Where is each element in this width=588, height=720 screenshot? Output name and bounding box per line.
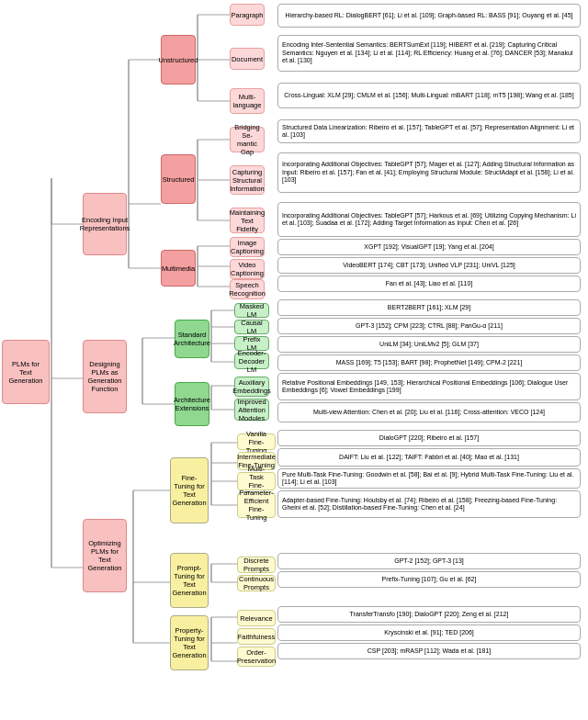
fine-tuning-node: Fine-Tuning for Text Generation [170,457,209,523]
encoding-node: Encoding Input Representations [83,193,127,255]
masked-lm-node: Masked LM [234,303,269,318]
paragraph-content: Hierarchy-based RL: DialogBERT [61]; Li … [277,4,581,28]
optimizing-node: Optimizing PLMs for Text Generation [83,519,127,592]
unstructured-node: Unstructured [161,35,196,84]
vanilla-ft-content: DialoGPT [220]; Ribeiro et al. [157] [277,430,581,446]
order-preservation-node: Order-Preservation [237,647,276,667]
prefix-lm-content: UniLM [34]; UniLMv2 [5]; GLM [37] [277,336,581,353]
document-node: Document [230,48,265,70]
speech-content: Fan et al. [43]; Liao et al. [110] [277,276,581,292]
improved-attention-node: Improved Attention Modules [234,399,269,421]
maintaining-content: Incorporating Additional Objectives: Tab… [277,202,581,237]
property-tuning-node: Property-Tuning for Text Generation [170,615,209,670]
capturing-node: Capturing Structural Information [230,165,265,195]
order-content: CSP [203]; mRASP [112]; Wada et al. [181… [277,643,581,659]
multitask-ft-node: Multi-Task Fine-Tuning [237,472,276,490]
capturing-content: Incorporating Additional Objectives: Tab… [277,152,581,193]
discrete-prompts-node: Discrete Prompts [237,557,276,573]
discrete-content: GPT-2 [152]; GPT-3 [13] [277,553,581,569]
enc-dec-content: MASS [169]; T5 [153]; BART [98]; Prophet… [277,354,581,371]
improved-att-content: Multi-view Attention: Chen et al. [20]; … [277,402,581,422]
plms-node: PLMs for Text Generation [2,340,50,404]
continuous-prompts-node: Continuous Prompts [237,575,276,591]
param-eff-ft-content: Adapter-based Fine-Tuning: Houlsby et al… [277,490,581,518]
relevance-node: Relevance [237,610,276,626]
encoder-decoder-lm-node: Encoder-Decoder LM [234,353,269,369]
continuous-content: Prefix-Tuning [107]; Gu et al. [62] [277,571,581,588]
image-cap-content: XGPT [192]; VisualGPT [19]; Yang et al. … [277,239,581,255]
faithfulness-node: Faithfulness [237,628,276,645]
causal-lm-node: Causal LM [234,320,269,334]
image-captioning-node: Image Captioning [230,237,265,257]
designing-node: Designing PLMs as Generation Function [83,340,127,413]
auxiliary-embeddings-node: Auxiliary Embeddings [234,377,269,397]
multilanguage-content: Cross-Lingual: XLM [29]; CMLM et al. [15… [277,83,581,108]
param-efficient-ft-node: Parameter-Efficient Fine-Tuning [237,492,276,518]
multitask-ft-content: Pure Multi-Task Fine-Tuning: Goodwin et … [277,468,581,489]
speech-recognition-node: Speech Recognition [230,279,265,299]
arch-extensions-node: Architecture Extensions [175,382,209,426]
standard-arch-node: Standard Architecture [175,320,209,358]
video-cap-content: VideoBERT [174]; CBT [173]; Unified VLP … [277,257,581,274]
multilanguage-node: Multi-language [230,88,265,114]
bridging-content: Structured Data Linearization: Ribeiro e… [277,119,581,143]
paragraph-node: Paragraph [230,4,265,26]
vanilla-ft-node: Vanilla Fine-Tuning [237,433,276,450]
prompt-tuning-node: Prompt-Tuning for Text Generation [170,553,209,608]
multimedia-node: Multimedia [161,250,196,287]
aux-emb-content: Relative Positional Embeddings [149, 153… [277,373,581,400]
document-content: Encoding Inter-Sentential Semantics: BER… [277,35,581,72]
structured-node: Structured [161,154,196,204]
faithfulness-content: Kryscinski et al. [91]; TED [206] [277,624,581,641]
causal-lm-content: GPT-3 [152]; CPM [223]; CTRL [88]; PanGu… [277,318,581,334]
maintaining-node: Maintaining Text Fidelity [230,208,265,233]
relevance-content: TransferTransfo [190]; DialoGPT [220]; Z… [277,606,581,623]
intermediate-ft-content: DAIFT: Liu et al. [122]; TAIFT: Fabbri e… [277,448,581,467]
video-captioning-node: Video Captioning [230,259,265,279]
masked-lm-content: BERT2BERT [161]; XLM [29] [277,299,581,316]
bridging-node: Bridging Se-mantic Gap [230,127,265,152]
